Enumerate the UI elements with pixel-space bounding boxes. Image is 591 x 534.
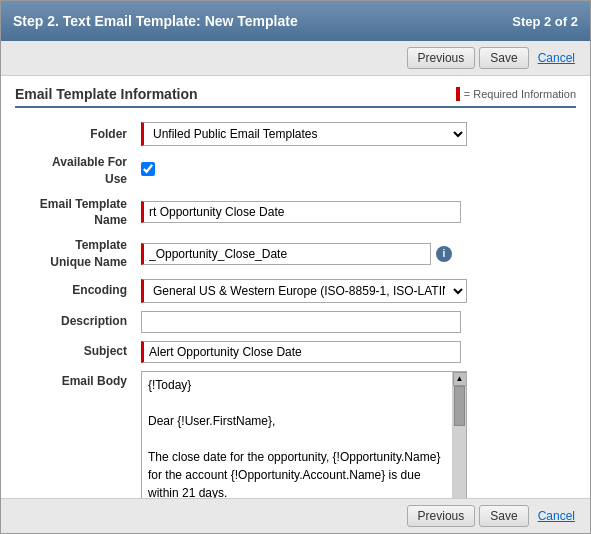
encoding-select[interactable]: General US & Western Europe (ISO-8859-1,… — [141, 279, 467, 303]
bottom-save-button[interactable]: Save — [479, 505, 528, 527]
bottom-previous-button[interactable]: Previous — [407, 505, 476, 527]
subject-label: Subject — [15, 337, 135, 367]
email-body-wrapper: {!Today} Dear {!User.FirstName}, The clo… — [141, 371, 467, 498]
available-for-use-row: Available ForUse — [15, 150, 576, 192]
scroll-up-arrow[interactable]: ▲ — [453, 372, 467, 386]
info-icon[interactable]: i — [436, 246, 452, 262]
page-title: Step 2. Text Email Template: New Templat… — [13, 13, 298, 29]
email-body-field-cell: {!Today} Dear {!User.FirstName}, The clo… — [135, 367, 576, 498]
folder-field-cell: Unfiled Public Email Templates — [135, 118, 576, 150]
subject-field-cell — [135, 337, 576, 367]
email-body-label: Email Body — [15, 367, 135, 498]
email-template-name-row: Email TemplateName — [15, 192, 576, 234]
subject-input[interactable] — [141, 341, 461, 363]
email-body-textarea[interactable]: {!Today} Dear {!User.FirstName}, The clo… — [142, 372, 452, 498]
available-label: Available ForUse — [15, 150, 135, 192]
template-unique-name-row: TemplateUnique Name i — [15, 233, 576, 275]
subject-row: Subject — [15, 337, 576, 367]
description-row: Description — [15, 307, 576, 337]
email-body-scrollbar: ▲ ▼ — [452, 372, 466, 498]
top-toolbar: Previous Save Cancel — [1, 41, 590, 76]
section-header: Email Template Information = Required In… — [15, 86, 576, 108]
scroll-thumb — [454, 386, 465, 426]
description-field-cell — [135, 307, 576, 337]
top-save-button[interactable]: Save — [479, 47, 528, 69]
bottom-cancel-button[interactable]: Cancel — [533, 506, 580, 526]
top-cancel-button[interactable]: Cancel — [533, 48, 580, 68]
folder-row: Folder Unfiled Public Email Templates — [15, 118, 576, 150]
encoding-row: Encoding General US & Western Europe (IS… — [15, 275, 576, 307]
available-checkbox[interactable] — [141, 162, 155, 176]
folder-label: Folder — [15, 118, 135, 150]
description-input[interactable] — [141, 311, 461, 333]
section-title: Email Template Information — [15, 86, 198, 102]
required-text: = Required Information — [464, 88, 576, 100]
email-template-name-label: Email TemplateName — [15, 192, 135, 234]
required-bar-icon — [456, 87, 460, 101]
folder-select[interactable]: Unfiled Public Email Templates — [141, 122, 467, 146]
bottom-toolbar: Previous Save Cancel — [1, 498, 590, 533]
page-header: Step 2. Text Email Template: New Templat… — [1, 1, 590, 41]
email-template-name-field-cell — [135, 192, 576, 234]
template-unique-name-input[interactable] — [141, 243, 431, 265]
encoding-field-cell: General US & Western Europe (ISO-8859-1,… — [135, 275, 576, 307]
main-content: Email Template Information = Required In… — [1, 76, 590, 498]
email-body-row: Email Body {!Today} Dear {!User.FirstNam… — [15, 367, 576, 498]
available-field-cell — [135, 150, 576, 192]
email-template-name-input[interactable] — [141, 201, 461, 223]
unique-name-wrap: i — [141, 243, 570, 265]
form-table: Folder Unfiled Public Email Templates Av… — [15, 118, 576, 498]
required-legend: = Required Information — [456, 87, 576, 101]
description-label: Description — [15, 307, 135, 337]
template-unique-name-label: TemplateUnique Name — [15, 233, 135, 275]
step-indicator: Step 2 of 2 — [512, 14, 578, 29]
encoding-label: Encoding — [15, 275, 135, 307]
template-unique-name-field-cell: i — [135, 233, 576, 275]
scroll-track — [453, 386, 466, 498]
top-previous-button[interactable]: Previous — [407, 47, 476, 69]
